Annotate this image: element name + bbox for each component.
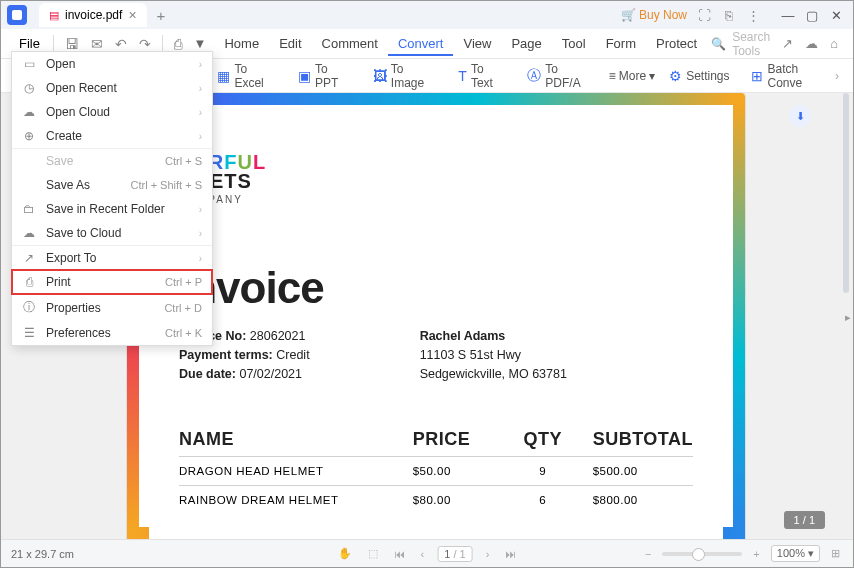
menu-item-icon: ☰: [22, 326, 36, 340]
col-subtotal: SUBTOTAL: [573, 429, 693, 457]
share-icon[interactable]: ⎘: [722, 8, 736, 23]
file-menu-open-recent[interactable]: ◷Open Recent›: [12, 76, 212, 100]
file-menu-export-to[interactable]: ↗Export To›: [12, 245, 212, 270]
menu-comment[interactable]: Comment: [312, 33, 388, 54]
add-tab-icon[interactable]: +: [157, 7, 166, 24]
menu-item-label: Create: [46, 129, 82, 143]
tab-label: invoice.pdf: [65, 8, 122, 22]
cloud-icon[interactable]: ☁: [802, 36, 821, 51]
menu-item-label: Preferences: [46, 326, 111, 340]
submenu-arrow-icon: ›: [199, 59, 202, 70]
hand-tool-icon[interactable]: ✋: [335, 547, 355, 560]
separator: [162, 35, 163, 53]
next-page-icon[interactable]: ›: [483, 548, 493, 560]
menu-home[interactable]: Home: [214, 33, 269, 54]
customer-name: Rachel Adams: [420, 329, 506, 343]
text-icon: T: [458, 68, 467, 84]
batch-convert-button[interactable]: ⊞Batch Conve›: [745, 59, 845, 93]
customer-addr-2: Sedgewickville, MO 63781: [420, 365, 567, 384]
close-window-button[interactable]: ✕: [825, 8, 847, 23]
menu-edit[interactable]: Edit: [269, 33, 311, 54]
select-tool-icon[interactable]: ⬚: [365, 547, 381, 560]
buy-now-label: Buy Now: [639, 8, 687, 22]
invoice-table: NAMEPRICEQTYSUBTOTAL DRAGON HEAD HELMET$…: [179, 429, 693, 514]
app-icon: [7, 5, 27, 25]
more-label: More: [619, 69, 646, 83]
invoice-title: invoice: [179, 263, 693, 313]
menu-item-label: Open: [46, 57, 75, 71]
table-row: RAINBOW DREAM HELMET$80.006$800.00: [179, 486, 693, 515]
brand-logo: [179, 133, 693, 151]
menu-item-icon: ☁: [22, 105, 36, 119]
menu-protect[interactable]: Protect: [646, 33, 707, 54]
maximize-button[interactable]: ▢: [801, 8, 823, 23]
excel-icon: ▦: [217, 68, 230, 84]
statusbar: 21 x 29.7 cm ✋ ⬚ ⏮ ‹ 1 / 1 › ⏭ − + 100% …: [1, 539, 853, 567]
file-menu-print[interactable]: ⎙PrintCtrl + P: [12, 270, 212, 294]
first-page-icon[interactable]: ⏮: [391, 548, 408, 560]
menu-item-label: Save to Cloud: [46, 226, 121, 240]
panel-expand-icon[interactable]: ▸: [845, 311, 851, 324]
file-menu-save-to-cloud[interactable]: ☁Save to Cloud›: [12, 221, 212, 245]
settings-label: Settings: [686, 69, 729, 83]
menu-view[interactable]: View: [453, 33, 501, 54]
file-dropdown-menu: ▭Open›◷Open Recent›☁Open Cloud›⊕Create›S…: [11, 51, 213, 346]
file-menu-create[interactable]: ⊕Create›: [12, 124, 212, 148]
file-menu-open[interactable]: ▭Open›: [12, 52, 212, 76]
page-number-input[interactable]: 1 / 1: [437, 546, 472, 562]
settings-button[interactable]: ⚙Settings: [663, 65, 735, 87]
invoice-meta: Invoice No: 28062021Payment terms: Credi…: [179, 327, 693, 383]
search-placeholder[interactable]: Search Tools: [732, 30, 773, 58]
to-pdfa-button[interactable]: ⒶTo PDF/A: [521, 59, 600, 93]
more-button[interactable]: ≡More▾: [609, 69, 655, 83]
file-menu-open-cloud[interactable]: ☁Open Cloud›: [12, 100, 212, 124]
menu-item-label: Export To: [46, 251, 96, 265]
kebab-menu-icon[interactable]: ⋮: [744, 8, 763, 23]
to-text-button[interactable]: TTo Text: [452, 59, 513, 93]
menu-item-shortcut: Ctrl + Shift + S: [130, 179, 202, 191]
file-menu-preferences[interactable]: ☰PreferencesCtrl + K: [12, 321, 212, 345]
home-icon[interactable]: ⌂: [827, 36, 841, 51]
menu-item-label: Properties: [46, 301, 101, 315]
batch-icon: ⊞: [751, 68, 763, 84]
titlebar: ▤ invoice.pdf × + 🛒Buy Now ⛶ ⎘ ⋮ — ▢ ✕: [1, 1, 853, 29]
to-pdfa-label: To PDF/A: [545, 62, 594, 90]
bookmark-icon[interactable]: ⬇: [789, 105, 811, 127]
external-link-icon[interactable]: ↗: [779, 36, 796, 51]
minimize-button[interactable]: —: [777, 8, 799, 23]
menu-tool[interactable]: Tool: [552, 33, 596, 54]
more-icon: ≡: [609, 69, 616, 83]
fit-page-icon[interactable]: ⊞: [828, 547, 843, 560]
menu-item-shortcut: Ctrl + D: [164, 302, 202, 314]
chevron-down-icon: ▾: [649, 69, 655, 83]
to-image-button[interactable]: 🖼To Image: [367, 59, 444, 93]
tab-invoice[interactable]: ▤ invoice.pdf ×: [39, 3, 147, 27]
to-excel-button[interactable]: ▦To Excel: [211, 59, 284, 93]
chevron-right-icon: ›: [835, 69, 839, 83]
gift-icon[interactable]: ⛶: [695, 8, 714, 23]
ppt-icon: ▣: [298, 68, 311, 84]
prev-page-icon[interactable]: ‹: [418, 548, 428, 560]
zoom-slider[interactable]: [662, 552, 742, 556]
zoom-value[interactable]: 100% ▾: [771, 545, 820, 562]
last-page-icon[interactable]: ⏭: [502, 548, 519, 560]
file-menu-save: SaveCtrl + S: [12, 148, 212, 173]
zoom-out-icon[interactable]: −: [642, 548, 654, 560]
menu-form[interactable]: Form: [596, 33, 646, 54]
zoom-in-icon[interactable]: +: [750, 548, 762, 560]
vertical-scrollbar[interactable]: [843, 93, 849, 293]
file-menu-save-in-recent-folder[interactable]: 🗀Save in Recent Folder›: [12, 197, 212, 221]
menu-item-shortcut: Ctrl + K: [165, 327, 202, 339]
menu-page[interactable]: Page: [501, 33, 551, 54]
cart-icon: 🛒: [621, 8, 636, 22]
file-menu-properties[interactable]: ⓘPropertiesCtrl + D: [12, 294, 212, 321]
separator: [53, 35, 54, 53]
to-ppt-button[interactable]: ▣To PPT: [292, 59, 359, 93]
submenu-arrow-icon: ›: [199, 107, 202, 118]
buy-now-link[interactable]: 🛒Buy Now: [621, 8, 687, 22]
close-tab-icon[interactable]: ×: [128, 7, 136, 23]
menu-item-label: Open Cloud: [46, 105, 110, 119]
menu-item-label: Save in Recent Folder: [46, 202, 165, 216]
file-menu-save-as[interactable]: Save AsCtrl + Shift + S: [12, 173, 212, 197]
menu-convert[interactable]: Convert: [388, 33, 454, 56]
